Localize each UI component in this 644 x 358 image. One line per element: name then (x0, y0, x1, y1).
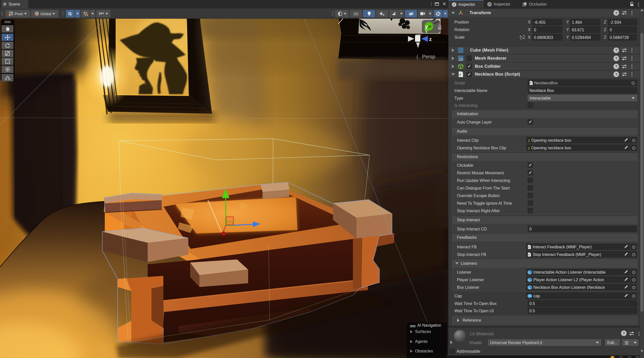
svg-text:y: y (425, 24, 428, 29)
svg-text:Y: Y (70, 14, 72, 16)
svg-text:z: z (429, 36, 432, 42)
svg-text:#: # (528, 246, 530, 249)
svg-text:Persp: Persp (422, 54, 435, 59)
svg-text:#: # (459, 73, 461, 77)
svg-text:#: # (530, 82, 532, 85)
svg-text:#: # (528, 253, 530, 256)
svg-text:⟨: ⟨ (416, 54, 418, 60)
